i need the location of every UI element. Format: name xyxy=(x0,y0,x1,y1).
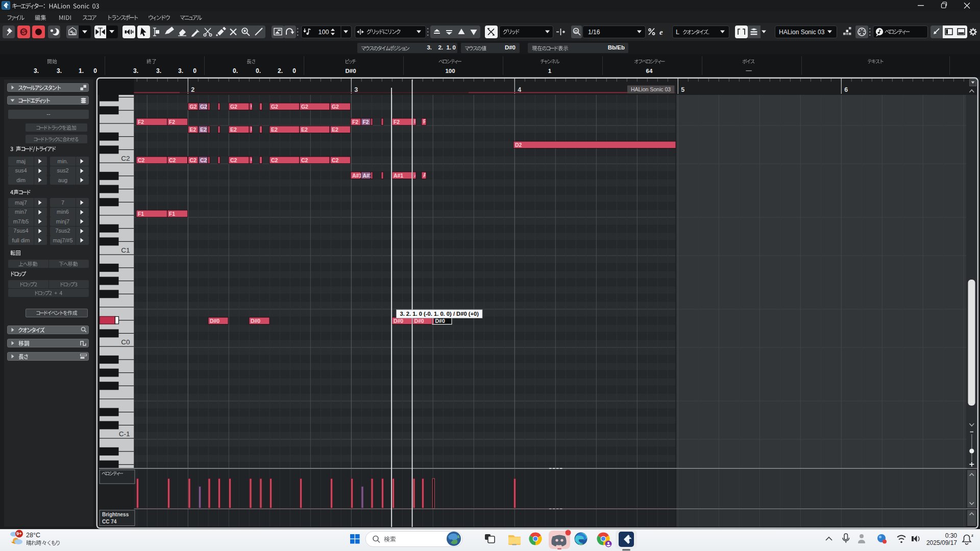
svg-text:CC 74: CC 74 xyxy=(102,519,117,524)
svg-text:A#1: A#1 xyxy=(394,173,403,179)
svg-text:C2: C2 xyxy=(301,158,308,163)
svg-text:C2: C2 xyxy=(169,158,176,163)
svg-text:F2: F2 xyxy=(138,119,144,125)
svg-text:z: z xyxy=(971,533,973,538)
svg-text:D2: D2 xyxy=(515,142,522,148)
svg-text:C2: C2 xyxy=(121,155,130,162)
svg-text:F2: F2 xyxy=(363,119,369,125)
svg-text:6: 6 xyxy=(844,86,848,93)
svg-text:E2: E2 xyxy=(271,127,278,133)
svg-text:C1: C1 xyxy=(121,246,130,254)
svg-text:F1: F1 xyxy=(169,211,175,217)
svg-text:D#0: D#0 xyxy=(414,318,424,324)
svg-text:G2: G2 xyxy=(200,104,207,110)
svg-text:D#0: D#0 xyxy=(435,318,445,324)
svg-text:5: 5 xyxy=(681,86,684,93)
svg-text:F2: F2 xyxy=(394,119,400,125)
svg-text:HALion Sonic 03: HALion Sonic 03 xyxy=(631,86,671,92)
svg-text:D#0: D#0 xyxy=(394,318,403,324)
svg-text:C2: C2 xyxy=(138,158,145,163)
svg-text:2025/09/17: 2025/09/17 xyxy=(926,539,957,546)
svg-text:F2: F2 xyxy=(352,119,358,125)
svg-text:C2: C2 xyxy=(230,158,237,163)
svg-text:G2: G2 xyxy=(230,104,237,110)
svg-text:E2: E2 xyxy=(332,127,338,133)
svg-text:C2: C2 xyxy=(200,158,207,163)
svg-text:E2: E2 xyxy=(200,127,207,133)
svg-text:G2: G2 xyxy=(190,104,197,110)
svg-text:C2: C2 xyxy=(190,158,197,163)
svg-text:E2: E2 xyxy=(301,127,308,133)
svg-text:E2: E2 xyxy=(190,127,197,133)
svg-text:E2: E2 xyxy=(230,127,237,133)
svg-text:0:30: 0:30 xyxy=(945,532,958,539)
svg-text:C0: C0 xyxy=(121,338,130,346)
svg-text:A#1: A#1 xyxy=(352,173,362,179)
svg-text:C2: C2 xyxy=(271,158,278,163)
svg-text:9+: 9+ xyxy=(16,531,22,536)
svg-text:D#0: D#0 xyxy=(210,318,219,324)
svg-text:3. 2. 1. 0 (-0. 1. 0. 0) / D: 3. 2. 1. 0 (-0. 1. 0. 0) / D#0 (+0) xyxy=(400,311,479,317)
svg-text:28°C: 28°C xyxy=(26,532,40,539)
svg-text:F1: F1 xyxy=(138,211,144,217)
svg-text:G2: G2 xyxy=(332,104,339,110)
svg-text:G2: G2 xyxy=(301,104,308,110)
svg-text:G2: G2 xyxy=(271,104,278,110)
svg-text:Brightness: Brightness xyxy=(102,512,129,517)
svg-text:F2: F2 xyxy=(169,119,175,125)
svg-text:C2: C2 xyxy=(332,158,339,163)
svg-text:D#0: D#0 xyxy=(251,318,260,324)
svg-text:C-1: C-1 xyxy=(119,430,130,438)
